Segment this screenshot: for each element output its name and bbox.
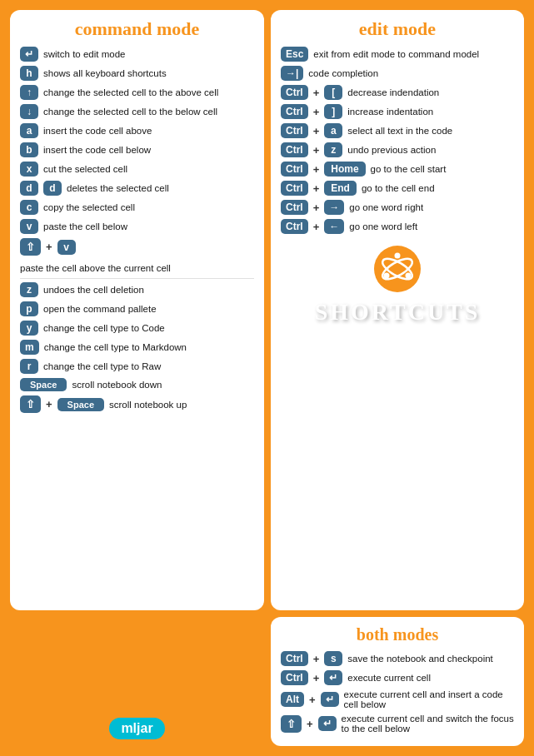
shortcut-row-y: y change the cell type to Code: [20, 321, 254, 336]
enter-key-both: ↵: [324, 670, 342, 685]
shortcut-desc-shift-space: scroll notebook up: [109, 400, 254, 410]
plus-shift-enter: +: [307, 718, 313, 730]
shortcut-row-shift-space: ⇧ + Space scroll notebook up: [20, 395, 254, 413]
shortcut-desc-h: shows all keyboard shortcuts: [43, 68, 254, 78]
c-key: c: [20, 200, 38, 215]
ctrl-key-6: Ctrl: [281, 181, 308, 196]
edit-mode-title: edit mode: [281, 18, 514, 40]
plus-enter: +: [313, 672, 320, 684]
bracket-r-key: ]: [324, 104, 342, 119]
shortcut-desc-ctrl-enter: execute current cell: [347, 673, 514, 683]
shortcut-row-a: a insert the code cell above: [20, 123, 254, 138]
shortcut-desc-x: cut the selected cell: [43, 164, 254, 174]
a-key: a: [20, 123, 38, 138]
edit-mode-box: edit mode Esc exit from edit mode to com…: [271, 10, 524, 610]
shortcut-desc-a: insert the code cell above: [43, 126, 254, 136]
shortcut-desc-v: paste the cell below: [43, 221, 254, 231]
plus-6: +: [313, 182, 320, 195]
shortcut-row-space: Space scroll notebook down: [20, 378, 254, 391]
shortcut-desc-ctrl-z: undo previous action: [347, 145, 514, 155]
shortcut-desc-alt-enter: execute current cell and insert a code c…: [344, 689, 514, 709]
shortcut-row-r: r change the cell type to Raw: [20, 359, 254, 374]
shortcut-row-v: v paste the cell below: [20, 219, 254, 234]
shortcut-row-dd: d d deletes the selected cell: [20, 181, 254, 196]
shortcut-desc-r: change the cell type to Raw: [43, 361, 254, 371]
svg-point-4: [406, 273, 412, 279]
ctrl-key-5: Ctrl: [281, 162, 308, 177]
right-arrow-key: →: [324, 200, 344, 215]
left-arrow-key: ←: [324, 219, 344, 234]
shortcut-row-down: ↓ change the selected cell to the below …: [20, 104, 254, 119]
shortcut-row-shift-enter: ⇧ + ↵ execute current cell and switch th…: [281, 714, 514, 734]
shortcut-desc-tab: code completion: [308, 68, 514, 78]
plus-alt-enter: +: [309, 694, 316, 706]
ctrl-key-4: Ctrl: [281, 142, 308, 157]
svg-point-3: [395, 253, 401, 259]
shortcut-desc-b: insert the code cell below: [43, 145, 254, 155]
left-panel: command mode ↵ switch to edit mode h sho…: [10, 10, 264, 610]
shortcut-row-z: z undoes the cell deletion: [20, 282, 254, 297]
shortcut-row-p: p open the command pallete: [20, 301, 254, 316]
shortcuts-text: SHORTCUTS: [315, 299, 481, 326]
ctrl-key-3: Ctrl: [281, 123, 308, 138]
plus-s: +: [313, 653, 320, 665]
right-panel: edit mode Esc exit from edit mode to com…: [271, 10, 524, 610]
plus-2: +: [313, 106, 320, 118]
shortcut-desc-ctrl-a: select all text in the code: [347, 126, 514, 136]
shortcut-row-ctrl-bracket-l: Ctrl + [ decrease indendation: [281, 85, 514, 100]
bottom-right: both modes Ctrl + s save the notebook an…: [271, 617, 524, 746]
shortcut-desc-shift-enter: execute current cell and switch the focu…: [342, 714, 514, 734]
b-key: b: [20, 142, 38, 157]
plus-7: +: [313, 201, 320, 214]
shortcut-desc-ctrl-bracket-r: increase indentation: [347, 107, 514, 117]
plus-1: +: [313, 87, 320, 99]
svg-point-5: [384, 273, 390, 279]
shortcut-row-ctrl-bracket-r: Ctrl + ] increase indentation: [281, 104, 514, 119]
shortcut-row-ctrl-a: Ctrl + a select all text in the code: [281, 123, 514, 138]
shortcut-row-m: m change the cell type to Markdown: [20, 340, 254, 355]
shortcut-desc-p: open the command pallete: [43, 304, 254, 314]
bottom-row: mljar both modes Ctrl + s save the noteb…: [10, 617, 524, 746]
up-key: ↑: [20, 85, 38, 100]
d2-key: d: [43, 181, 62, 196]
r-key: r: [20, 359, 38, 374]
enter-key-alt: ↵: [321, 692, 339, 707]
shortcut-row-tab: →| code completion: [281, 66, 514, 81]
a-key-edit: a: [324, 123, 342, 138]
s-key: s: [324, 651, 342, 666]
space-key: Space: [20, 378, 67, 391]
plus-4: +: [313, 144, 320, 157]
plus-8: +: [313, 221, 320, 233]
jupyter-logo: [372, 244, 422, 294]
shortcut-desc-space: scroll notebook down: [72, 380, 254, 390]
plus-5: +: [313, 163, 320, 176]
shift-key-up: ⇧: [20, 238, 41, 256]
shortcut-row-ctrl-s: Ctrl + s save the notebook and checkpoin…: [281, 651, 514, 666]
shortcut-desc-shift-v: paste the cell above the current cell: [20, 263, 171, 273]
svg-point-0: [374, 246, 421, 292]
shortcut-desc-c: copy the selected cell: [43, 202, 254, 212]
y-key: y: [20, 321, 38, 336]
ctrl-key-2: Ctrl: [281, 104, 308, 119]
down-key: ↓: [20, 104, 38, 119]
ctrl-key-1: Ctrl: [281, 85, 308, 100]
ctrl-key-enter: Ctrl: [281, 670, 308, 685]
tab-key: →|: [281, 66, 303, 81]
shortcut-row-ctrl-left: Ctrl + ← go one word left: [281, 219, 514, 234]
shortcut-desc-esc: exit from edit mode to command model: [313, 49, 514, 59]
both-modes-title: both modes: [281, 625, 514, 644]
main-container: command mode ↵ switch to edit mode h sho…: [0, 0, 534, 756]
shortcut-desc-z: undoes the cell deletion: [43, 285, 254, 295]
h-key: h: [20, 66, 38, 81]
divider: [20, 278, 254, 279]
top-row: command mode ↵ switch to edit mode h sho…: [10, 10, 524, 610]
shortcut-row-ctrl-end: Ctrl + End go to the cell end: [281, 181, 514, 196]
d1-key: d: [20, 181, 38, 196]
shortcut-row-enter: ↵ switch to edit mode: [20, 47, 254, 62]
shift-key-space: ⇧: [20, 395, 41, 413]
shortcut-desc-enter: switch to edit mode: [43, 49, 254, 59]
end-key: End: [324, 181, 357, 196]
p-key: p: [20, 301, 38, 316]
space-key-2: Space: [57, 398, 104, 411]
shortcut-desc-ctrl-bracket-l: decrease indendation: [347, 87, 514, 97]
